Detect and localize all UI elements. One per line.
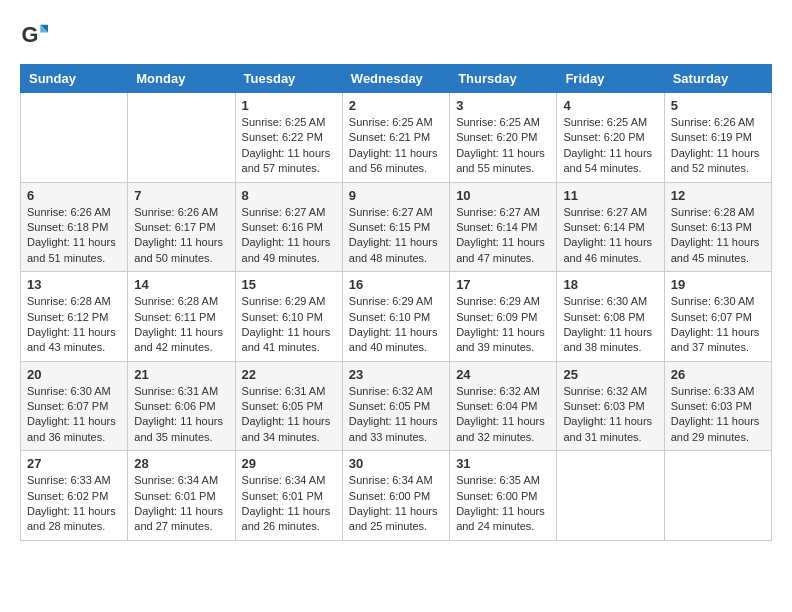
daylight-text: Daylight: 11 hours and 41 minutes.: [242, 326, 331, 353]
sunset-text: Sunset: 6:15 PM: [349, 221, 430, 233]
cell-content: Sunrise: 6:26 AMSunset: 6:19 PMDaylight:…: [671, 115, 765, 177]
day-number: 30: [349, 456, 443, 471]
cell-content: Sunrise: 6:34 AMSunset: 6:01 PMDaylight:…: [242, 473, 336, 535]
day-number: 14: [134, 277, 228, 292]
day-number: 5: [671, 98, 765, 113]
calendar-header-row: SundayMondayTuesdayWednesdayThursdayFrid…: [21, 65, 772, 93]
sunset-text: Sunset: 6:10 PM: [349, 311, 430, 323]
cell-content: Sunrise: 6:29 AMSunset: 6:09 PMDaylight:…: [456, 294, 550, 356]
day-number: 13: [27, 277, 121, 292]
daylight-text: Daylight: 11 hours and 57 minutes.: [242, 147, 331, 174]
calendar-cell: 20Sunrise: 6:30 AMSunset: 6:07 PMDayligh…: [21, 361, 128, 451]
sunset-text: Sunset: 6:03 PM: [563, 400, 644, 412]
cell-content: Sunrise: 6:31 AMSunset: 6:06 PMDaylight:…: [134, 384, 228, 446]
day-number: 17: [456, 277, 550, 292]
sunrise-text: Sunrise: 6:27 AM: [242, 206, 326, 218]
daylight-text: Daylight: 11 hours and 38 minutes.: [563, 326, 652, 353]
calendar-cell: 28Sunrise: 6:34 AMSunset: 6:01 PMDayligh…: [128, 451, 235, 541]
cell-content: Sunrise: 6:30 AMSunset: 6:07 PMDaylight:…: [27, 384, 121, 446]
cell-content: Sunrise: 6:26 AMSunset: 6:17 PMDaylight:…: [134, 205, 228, 267]
calendar-week-row: 20Sunrise: 6:30 AMSunset: 6:07 PMDayligh…: [21, 361, 772, 451]
day-number: 7: [134, 188, 228, 203]
sunrise-text: Sunrise: 6:30 AM: [27, 385, 111, 397]
cell-content: Sunrise: 6:31 AMSunset: 6:05 PMDaylight:…: [242, 384, 336, 446]
cell-content: Sunrise: 6:32 AMSunset: 6:04 PMDaylight:…: [456, 384, 550, 446]
cell-content: Sunrise: 6:32 AMSunset: 6:03 PMDaylight:…: [563, 384, 657, 446]
day-number: 8: [242, 188, 336, 203]
day-number: 20: [27, 367, 121, 382]
calendar-day-header: Saturday: [664, 65, 771, 93]
calendar-week-row: 27Sunrise: 6:33 AMSunset: 6:02 PMDayligh…: [21, 451, 772, 541]
cell-content: Sunrise: 6:29 AMSunset: 6:10 PMDaylight:…: [242, 294, 336, 356]
day-number: 15: [242, 277, 336, 292]
daylight-text: Daylight: 11 hours and 46 minutes.: [563, 236, 652, 263]
sunset-text: Sunset: 6:00 PM: [456, 490, 537, 502]
sunrise-text: Sunrise: 6:30 AM: [671, 295, 755, 307]
logo-icon: G: [20, 20, 48, 48]
sunrise-text: Sunrise: 6:31 AM: [134, 385, 218, 397]
sunrise-text: Sunrise: 6:34 AM: [349, 474, 433, 486]
daylight-text: Daylight: 11 hours and 31 minutes.: [563, 415, 652, 442]
sunset-text: Sunset: 6:05 PM: [349, 400, 430, 412]
daylight-text: Daylight: 11 hours and 27 minutes.: [134, 505, 223, 532]
sunrise-text: Sunrise: 6:25 AM: [456, 116, 540, 128]
sunset-text: Sunset: 6:06 PM: [134, 400, 215, 412]
calendar-body: 1Sunrise: 6:25 AMSunset: 6:22 PMDaylight…: [21, 93, 772, 541]
calendar-cell: 7Sunrise: 6:26 AMSunset: 6:17 PMDaylight…: [128, 182, 235, 272]
calendar-cell: 9Sunrise: 6:27 AMSunset: 6:15 PMDaylight…: [342, 182, 449, 272]
sunrise-text: Sunrise: 6:32 AM: [349, 385, 433, 397]
day-number: 25: [563, 367, 657, 382]
sunrise-text: Sunrise: 6:25 AM: [349, 116, 433, 128]
logo: G: [20, 20, 52, 48]
daylight-text: Daylight: 11 hours and 51 minutes.: [27, 236, 116, 263]
calendar-cell: 11Sunrise: 6:27 AMSunset: 6:14 PMDayligh…: [557, 182, 664, 272]
cell-content: Sunrise: 6:25 AMSunset: 6:22 PMDaylight:…: [242, 115, 336, 177]
calendar-cell: 23Sunrise: 6:32 AMSunset: 6:05 PMDayligh…: [342, 361, 449, 451]
calendar-day-header: Thursday: [450, 65, 557, 93]
sunset-text: Sunset: 6:08 PM: [563, 311, 644, 323]
calendar-week-row: 13Sunrise: 6:28 AMSunset: 6:12 PMDayligh…: [21, 272, 772, 362]
calendar-cell: 15Sunrise: 6:29 AMSunset: 6:10 PMDayligh…: [235, 272, 342, 362]
sunrise-text: Sunrise: 6:29 AM: [456, 295, 540, 307]
sunrise-text: Sunrise: 6:27 AM: [456, 206, 540, 218]
day-number: 22: [242, 367, 336, 382]
sunset-text: Sunset: 6:19 PM: [671, 131, 752, 143]
day-number: 24: [456, 367, 550, 382]
cell-content: Sunrise: 6:33 AMSunset: 6:03 PMDaylight:…: [671, 384, 765, 446]
calendar-cell: 24Sunrise: 6:32 AMSunset: 6:04 PMDayligh…: [450, 361, 557, 451]
sunrise-text: Sunrise: 6:28 AM: [27, 295, 111, 307]
sunset-text: Sunset: 6:13 PM: [671, 221, 752, 233]
sunrise-text: Sunrise: 6:32 AM: [456, 385, 540, 397]
cell-content: Sunrise: 6:30 AMSunset: 6:07 PMDaylight:…: [671, 294, 765, 356]
sunset-text: Sunset: 6:20 PM: [563, 131, 644, 143]
calendar-cell: 17Sunrise: 6:29 AMSunset: 6:09 PMDayligh…: [450, 272, 557, 362]
cell-content: Sunrise: 6:28 AMSunset: 6:11 PMDaylight:…: [134, 294, 228, 356]
sunrise-text: Sunrise: 6:32 AM: [563, 385, 647, 397]
daylight-text: Daylight: 11 hours and 24 minutes.: [456, 505, 545, 532]
cell-content: Sunrise: 6:28 AMSunset: 6:12 PMDaylight:…: [27, 294, 121, 356]
daylight-text: Daylight: 11 hours and 48 minutes.: [349, 236, 438, 263]
sunrise-text: Sunrise: 6:35 AM: [456, 474, 540, 486]
cell-content: Sunrise: 6:27 AMSunset: 6:15 PMDaylight:…: [349, 205, 443, 267]
cell-content: Sunrise: 6:34 AMSunset: 6:01 PMDaylight:…: [134, 473, 228, 535]
sunrise-text: Sunrise: 6:27 AM: [349, 206, 433, 218]
daylight-text: Daylight: 11 hours and 37 minutes.: [671, 326, 760, 353]
calendar-cell: 27Sunrise: 6:33 AMSunset: 6:02 PMDayligh…: [21, 451, 128, 541]
day-number: 3: [456, 98, 550, 113]
sunrise-text: Sunrise: 6:33 AM: [27, 474, 111, 486]
calendar-table: SundayMondayTuesdayWednesdayThursdayFrid…: [20, 64, 772, 541]
sunset-text: Sunset: 6:20 PM: [456, 131, 537, 143]
calendar-cell: 16Sunrise: 6:29 AMSunset: 6:10 PMDayligh…: [342, 272, 449, 362]
sunset-text: Sunset: 6:10 PM: [242, 311, 323, 323]
day-number: 6: [27, 188, 121, 203]
daylight-text: Daylight: 11 hours and 50 minutes.: [134, 236, 223, 263]
sunset-text: Sunset: 6:05 PM: [242, 400, 323, 412]
day-number: 28: [134, 456, 228, 471]
sunrise-text: Sunrise: 6:28 AM: [134, 295, 218, 307]
sunset-text: Sunset: 6:00 PM: [349, 490, 430, 502]
sunset-text: Sunset: 6:14 PM: [563, 221, 644, 233]
daylight-text: Daylight: 11 hours and 55 minutes.: [456, 147, 545, 174]
svg-text:G: G: [22, 22, 39, 47]
calendar-cell: 13Sunrise: 6:28 AMSunset: 6:12 PMDayligh…: [21, 272, 128, 362]
daylight-text: Daylight: 11 hours and 28 minutes.: [27, 505, 116, 532]
